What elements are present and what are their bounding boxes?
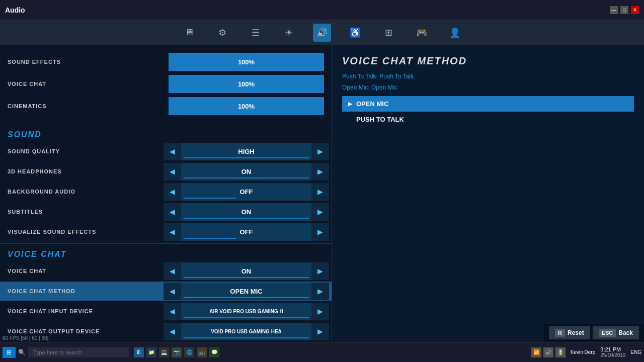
background-audio-right[interactable]: ▶ bbox=[311, 183, 329, 201]
taskbar-search[interactable] bbox=[28, 347, 129, 357]
sound-quality-progress bbox=[184, 157, 309, 158]
visualize-left[interactable]: ◀ bbox=[164, 223, 181, 241]
titlebar: Audio — □ ✕ bbox=[0, 0, 644, 20]
taskbar-pinned-icons: 🗓 📁 💻 📷 🌐 📺 💬 bbox=[134, 347, 219, 357]
headphones-value: ON bbox=[181, 163, 311, 180]
back-label: Back bbox=[618, 329, 633, 336]
minimize-button[interactable]: — bbox=[610, 6, 618, 14]
voice-chat-toggle-control: ◀ ON ▶ bbox=[164, 262, 329, 280]
taskbar-app-2[interactable]: 📁 bbox=[146, 347, 156, 357]
voice-chat-volume-row: VOICE CHAT 100% bbox=[8, 75, 324, 93]
taskbar-app-1[interactable]: 🗓 bbox=[134, 347, 144, 357]
sound-effects-value[interactable]: 100% bbox=[169, 53, 324, 71]
volume-section: SOUND EFFECTS 100% VOICE CHAT 100% CINEM… bbox=[0, 50, 332, 122]
user-info: Kevin Derp bbox=[571, 349, 595, 355]
option-open-mic[interactable]: ▶ OPEN MIC bbox=[342, 96, 634, 112]
visualize-progress bbox=[184, 238, 236, 239]
main-content: SOUND EFFECTS 100% VOICE CHAT 100% CINEM… bbox=[0, 45, 644, 342]
reset-label: Reset bbox=[568, 329, 584, 336]
voice-output-control: ◀ VOID PRO USB GAMING HEA ▶ bbox=[164, 323, 329, 340]
voice-chat-toggle-left[interactable]: ◀ bbox=[164, 262, 181, 280]
voice-chat-volume-value[interactable]: 100% bbox=[169, 75, 324, 93]
background-audio-left[interactable]: ◀ bbox=[164, 183, 181, 201]
headphones-progress bbox=[184, 177, 309, 178]
open-mic-arrow: ▶ bbox=[348, 101, 352, 107]
sound-section-header: SOUND bbox=[0, 126, 332, 142]
taskbar-app-4[interactable]: 📷 bbox=[172, 347, 182, 357]
voice-input-progress bbox=[184, 317, 309, 318]
back-key: ESC bbox=[599, 329, 616, 337]
sound-quality-left[interactable]: ◀ bbox=[164, 143, 181, 160]
taskbar-app-3[interactable]: 💻 bbox=[159, 347, 169, 357]
voice-output-left[interactable]: ◀ bbox=[164, 323, 181, 340]
visualize-right[interactable]: ▶ bbox=[311, 223, 329, 241]
headphones-right[interactable]: ▶ bbox=[311, 163, 329, 180]
subtitles-progress bbox=[184, 218, 309, 219]
tray-network[interactable]: 📶 bbox=[531, 347, 541, 357]
voice-chat-toggle-value: ON bbox=[181, 262, 311, 280]
voice-output-value: VOID PRO USB GAMING HEA bbox=[181, 323, 311, 340]
monitor-icon[interactable]: 🖥 bbox=[180, 24, 198, 42]
taskbar-app-7[interactable]: 💬 bbox=[209, 347, 219, 357]
list-icon[interactable]: ☰ bbox=[247, 24, 265, 42]
subtitles-left[interactable]: ◀ bbox=[164, 203, 181, 221]
reset-button[interactable]: R Reset bbox=[549, 326, 590, 339]
tray-volume[interactable]: 🔊 bbox=[543, 347, 553, 357]
voice-input-control: ◀ AIR VOID PRO USB GAMING H ▶ bbox=[164, 303, 329, 320]
right-panel: VOICE CHAT METHOD Push To Talk: Push To … bbox=[332, 45, 644, 342]
date: 25/10/2019 bbox=[600, 352, 625, 358]
accessibility-icon[interactable]: ♿ bbox=[346, 24, 364, 42]
voice-output-right[interactable]: ▶ bbox=[311, 323, 329, 340]
network-icon[interactable]: ⊞ bbox=[379, 24, 397, 42]
voice-input-left[interactable]: ◀ bbox=[164, 303, 181, 320]
cinematics-value[interactable]: 100% bbox=[169, 97, 324, 115]
brightness-icon[interactable]: ☀ bbox=[280, 24, 298, 42]
push-to-talk-subtitle: Push To Talk: Push To Talk. bbox=[342, 73, 634, 80]
headphones-left[interactable]: ◀ bbox=[164, 163, 181, 180]
audio-icon[interactable]: 🔊 bbox=[313, 24, 331, 42]
voice-output-label: VOICE CHAT OUTPUT DEVICE bbox=[3, 328, 164, 334]
voice-method-options: ▶ OPEN MIC ▶ PUSH TO TALK bbox=[342, 96, 634, 127]
sound-effects-row: SOUND EFFECTS 100% bbox=[8, 53, 324, 71]
voice-chat-toggle-right[interactable]: ▶ bbox=[311, 262, 329, 280]
sound-quality-right[interactable]: ▶ bbox=[311, 143, 329, 160]
gamepad-icon[interactable]: 🎮 bbox=[413, 24, 431, 42]
tray-icons: 📶 🔊 🔋 bbox=[531, 347, 566, 357]
action-bar: R Reset ESC Back bbox=[544, 324, 644, 342]
voice-chat-toggle-progress bbox=[184, 277, 309, 278]
voice-chat-method-left[interactable]: ◀ bbox=[164, 283, 181, 300]
option-push-to-talk[interactable]: ▶ PUSH TO TALK bbox=[342, 112, 634, 127]
maximize-button[interactable]: □ bbox=[620, 6, 628, 14]
headphones-control: ◀ ON ▶ bbox=[164, 163, 329, 180]
push-to-talk-val: Push To Talk. bbox=[379, 73, 415, 80]
voice-chat-toggle-row: VOICE CHAT ◀ ON ▶ bbox=[0, 261, 332, 281]
voice-chat-method-right[interactable]: ▶ bbox=[311, 283, 329, 300]
cinematics-row: CINEMATICS 100% bbox=[8, 97, 324, 115]
sound-quality-label: SOUND QUALITY bbox=[3, 148, 164, 154]
background-audio-row: BACKGROUND AUDIO ◀ OFF ▶ bbox=[0, 182, 332, 201]
voice-chat-method-control: ◀ OPEN MIC ▶ bbox=[164, 283, 329, 300]
background-audio-progress bbox=[184, 198, 236, 199]
taskbar: ⊞ 🔍 🗓 📁 💻 📷 🌐 📺 💬 📶 🔊 🔋 Kevin Derp 3:21 … bbox=[0, 342, 644, 362]
fps-counter: 60 FPS [50 | 60 | 60] bbox=[3, 335, 48, 341]
gear-icon[interactable]: ⚙ bbox=[213, 24, 231, 42]
taskbar-app-5[interactable]: 🌐 bbox=[184, 347, 194, 357]
time: 3:21 PM bbox=[600, 346, 625, 352]
background-audio-label: BACKGROUND AUDIO bbox=[3, 189, 164, 195]
voice-input-right[interactable]: ▶ bbox=[311, 303, 329, 320]
nav-icons-bar: 🖥 ⚙ ☰ ☀ 🔊 ♿ ⊞ 🎮 👤 bbox=[0, 20, 644, 45]
voice-chat-volume-label: VOICE CHAT bbox=[8, 81, 169, 87]
open-mic-subtitle: Open Mic: Open Mic bbox=[342, 84, 634, 91]
start-button[interactable]: ⊞ bbox=[3, 347, 16, 358]
lang-icon[interactable]: ENG bbox=[630, 349, 641, 355]
tray-battery[interactable]: 🔋 bbox=[555, 347, 566, 357]
subtitles-label: SUBTITLES bbox=[3, 209, 164, 215]
voice-chat-method-value: OPEN MIC bbox=[181, 283, 311, 300]
profile-icon[interactable]: 👤 bbox=[446, 24, 464, 42]
open-mic-val: Open Mic bbox=[371, 84, 397, 91]
taskbar-app-6[interactable]: 📺 bbox=[197, 347, 207, 357]
back-button[interactable]: ESC Back bbox=[593, 326, 639, 339]
titlebar-controls[interactable]: — □ ✕ bbox=[610, 6, 639, 14]
subtitles-right[interactable]: ▶ bbox=[311, 203, 329, 221]
close-button[interactable]: ✕ bbox=[631, 6, 639, 14]
